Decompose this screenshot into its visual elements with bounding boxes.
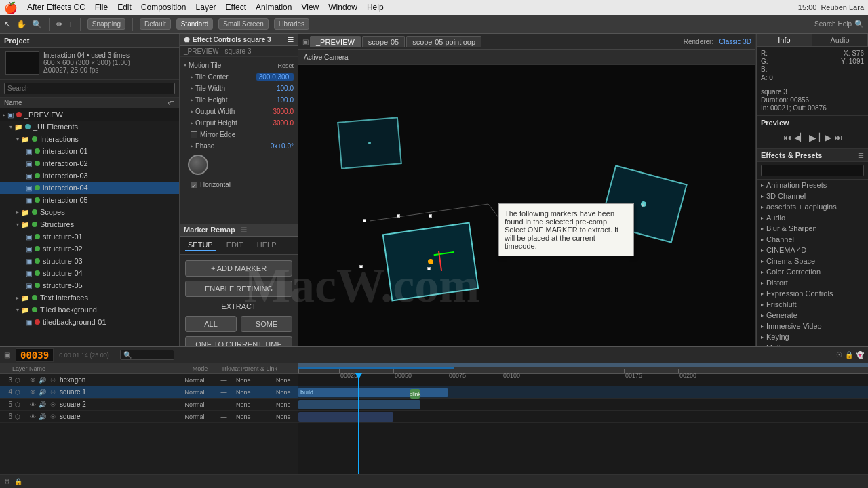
ec-value-output-width[interactable]: 3000.0	[273, 108, 294, 115]
comp-tab-scope05[interactable]: scope-05	[362, 36, 405, 47]
ec-menu-icon[interactable]: ☰	[288, 36, 294, 43]
tl-icon-solo[interactable]: ☉	[836, 351, 842, 359]
tree-item-int-02[interactable]: ▣ interaction-02	[0, 157, 179, 169]
tree-item-struct-04[interactable]: ▣ structure-04	[0, 267, 179, 279]
mirror-edge-checkbox[interactable]	[191, 131, 197, 138]
prev-skip-start[interactable]: ⏮	[783, 133, 791, 142]
tree-item-struct-01[interactable]: ▣ structure-01	[0, 230, 179, 243]
menu-edit[interactable]: Edit	[117, 3, 132, 12]
handle-tr[interactable]	[429, 214, 432, 218]
layer-solo-3[interactable]: ☉	[50, 377, 56, 384]
ep-cat-generate[interactable]: ▸ Generate	[757, 310, 868, 321]
tree-item-struct-05[interactable]: ▣ structure-05	[0, 279, 179, 291]
tab-info[interactable]: Info	[757, 34, 812, 46]
layer-audio-6[interactable]: 🔊	[39, 413, 46, 420]
ec-value-output-height[interactable]: 3000.0	[273, 119, 294, 127]
tree-item-int-03[interactable]: ▣ interaction-03	[0, 169, 179, 182]
prev-step-back[interactable]: ◀▏	[794, 133, 806, 142]
workspace-small[interactable]: Small Screen	[218, 18, 268, 30]
comp-element-square-selected[interactable]	[382, 222, 479, 301]
phase-dial[interactable]	[188, 155, 208, 175]
tl-row-4[interactable]: 4 ⬡ 👁 🔊 ☉ square 1 Normal — None None	[0, 386, 298, 399]
menu-view[interactable]: View	[301, 3, 319, 12]
tl-row-6[interactable]: 6 ⬡ 👁 🔊 ☉ square Normal — None None	[0, 411, 298, 423]
tree-item-scopes[interactable]: ▸ 📁 Scopes	[0, 206, 179, 218]
track-block-sq[interactable]	[298, 412, 393, 422]
tree-item-int-05[interactable]: ▣ interaction-05	[0, 194, 179, 206]
handle-tl[interactable]	[363, 219, 366, 222]
handle-bl[interactable]	[359, 265, 363, 268]
ep-cat-aescripts[interactable]: ▸ aescripts + aeplugins	[757, 201, 868, 212]
ep-cat-distort[interactable]: ▸ Distort	[757, 277, 868, 288]
ep-cat-audio[interactable]: ▸ Audio	[757, 212, 868, 223]
ep-cat-frischluft[interactable]: ▸ Frischluft	[757, 299, 868, 310]
tree-item-ui-elements[interactable]: ▾ 📁 _UI Elements	[0, 121, 179, 133]
tree-item-preview[interactable]: ▸ ▣ _PREVIEW	[0, 108, 179, 121]
tool-text[interactable]: T	[68, 20, 73, 28]
enable-retiming-button[interactable]: ENABLE RETIMING	[185, 281, 292, 297]
project-search-input[interactable]	[4, 83, 175, 94]
menu-window[interactable]: Window	[328, 3, 357, 12]
menu-file[interactable]: File	[95, 3, 108, 12]
ep-menu-icon[interactable]: ☰	[858, 152, 864, 159]
handle-br[interactable]	[427, 267, 431, 270]
layer-visibility-4[interactable]: 👁	[30, 389, 36, 396]
some-button[interactable]: SOME	[241, 316, 292, 332]
layer-visibility-6[interactable]: 👁	[30, 413, 36, 420]
tree-item-tiled-bg-01[interactable]: ▣ tiledbackground-01	[0, 316, 179, 328]
tl-row-5[interactable]: 5 ⬡ 👁 🔊 ☉ square 2 Normal — None None	[0, 399, 298, 411]
prev-play[interactable]: ▶	[809, 132, 816, 143]
tl-footer-icon-1[interactable]: ⚙	[4, 478, 10, 485]
layer-audio-3[interactable]: 🔊	[39, 377, 46, 384]
libraries-btn[interactable]: Libraries	[274, 18, 309, 30]
layer-audio-5[interactable]: 🔊	[39, 401, 46, 408]
mr-tab-setup[interactable]: SETUP	[185, 239, 216, 251]
comp-tab-scope05-loop[interactable]: scope-05 pointloop	[406, 36, 481, 47]
layer-solo-5[interactable]: ☉	[50, 401, 56, 408]
ec-value-tile-width[interactable]: 100.0	[277, 85, 294, 92]
tl-footer-icon-2[interactable]: 🔒	[14, 478, 22, 485]
tool-pen[interactable]: ✏	[56, 20, 63, 29]
prev-step-fwd[interactable]: ▏▶	[819, 133, 831, 142]
tree-item-tiled-bg[interactable]: ▾ 📁 Tiled background	[0, 304, 179, 316]
mr-menu-icon[interactable]: ☰	[241, 226, 247, 234]
ec-value-reset[interactable]: Reset	[277, 62, 294, 69]
ep-cat-channel[interactable]: ▸ Channel	[757, 234, 868, 245]
handle-top[interactable]	[397, 214, 400, 218]
ep-cat-keying[interactable]: ▸ Keying	[757, 331, 868, 342]
horizontal-checkbox[interactable]: ✓	[191, 182, 197, 188]
search-icon[interactable]: 🔍	[854, 20, 864, 28]
add-marker-button[interactable]: + ADD MARKER	[185, 260, 292, 277]
tree-item-int-01[interactable]: ▣ interaction-01	[0, 145, 179, 157]
ep-cat-blur[interactable]: ▸ Blur & Sharpen	[757, 223, 868, 234]
tool-select[interactable]: ↖	[4, 20, 11, 29]
menu-after-effects[interactable]: After Effects CC	[27, 3, 85, 12]
tree-item-structures[interactable]: ▾ 📁 Structures	[0, 218, 179, 230]
menu-layer[interactable]: Layer	[196, 3, 216, 12]
timeline-timecode[interactable]: 00039	[16, 348, 54, 362]
playhead[interactable]	[358, 374, 359, 474]
ec-value-phase[interactable]: 0x+0.0°	[271, 142, 294, 150]
tool-zoom[interactable]: 🔍	[32, 20, 42, 29]
tree-item-int-04[interactable]: ▣ interaction-04	[0, 182, 179, 194]
mr-tab-edit[interactable]: EDIT	[224, 239, 246, 251]
tree-item-struct-02[interactable]: ▣ structure-02	[0, 243, 179, 255]
ep-cat-immersive[interactable]: ▸ Immersive Video	[757, 321, 868, 331]
layer-solo-6[interactable]: ☉	[50, 413, 56, 420]
ep-cat-3d-channel[interactable]: ▸ 3D Channel	[757, 190, 868, 201]
track-block-sq1[interactable]: build	[298, 388, 448, 397]
snapping-btn[interactable]: Snapping	[87, 18, 125, 30]
ep-cat-animation-presets[interactable]: ▸ Animation Presets	[757, 180, 868, 190]
menu-animation[interactable]: Animation	[256, 3, 292, 12]
comp-tab-preview[interactable]: _PREVIEW	[310, 36, 361, 47]
menu-effect[interactable]: Effect	[226, 3, 246, 12]
ep-cat-cinema4d[interactable]: ▸ CINEMA 4D	[757, 245, 868, 256]
workspace-standard[interactable]: Standard	[176, 18, 214, 30]
comp-element-square-small[interactable]	[337, 117, 402, 169]
track-block-sq2[interactable]	[298, 400, 420, 409]
tab-audio[interactable]: Audio	[812, 34, 868, 46]
workspace-default[interactable]: Default	[140, 18, 171, 30]
menu-composition[interactable]: Composition	[141, 3, 186, 12]
timeline-search-input[interactable]	[120, 350, 174, 360]
ec-value-tile-height[interactable]: 100.0	[277, 96, 294, 104]
